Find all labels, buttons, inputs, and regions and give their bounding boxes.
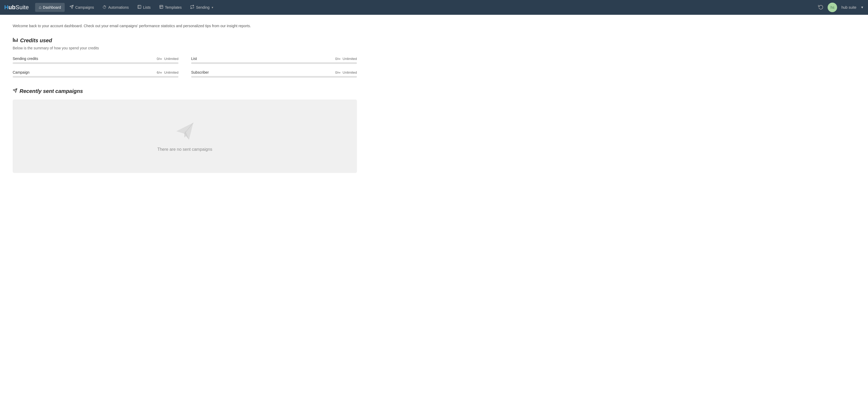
nav-lists-label: Lists xyxy=(143,5,151,9)
nav-templates[interactable]: Templates xyxy=(155,3,186,12)
credits-section: Credits used Below is the summary of how… xyxy=(13,37,357,77)
progress-track-campaign xyxy=(13,76,179,77)
logo[interactable]: Hub Suite xyxy=(4,4,29,11)
credit-value-campaign: 6/∞ Unlimited xyxy=(157,70,179,74)
nav-items: ⌂ Dashboard Campaigns ⏱ Automations List… xyxy=(35,3,818,12)
dashboard-icon: ⌂ xyxy=(39,5,41,10)
credit-ratio-list: 0/∞ xyxy=(335,57,341,61)
logo-h: H xyxy=(4,4,8,10)
recently-sent-section: Recently sent campaigns There are no sen… xyxy=(13,88,357,173)
avatar[interactable]: hs xyxy=(828,3,837,12)
nav-username: hub suite xyxy=(841,5,857,9)
avatar-initials: hs xyxy=(831,5,835,9)
credit-unlimited-sending: Unlimited xyxy=(164,57,179,61)
credit-item-campaign: Campaign 6/∞ Unlimited xyxy=(13,70,179,77)
credit-value-sending: 0/∞ Unlimited xyxy=(157,57,179,61)
recently-sent-icon xyxy=(13,88,18,94)
credits-subtitle: Below is the summary of how you spend yo… xyxy=(13,46,357,50)
credit-item-subscriber: Subscriber 0/∞ Unlimited xyxy=(191,70,357,77)
credits-icon xyxy=(13,37,18,44)
credit-item-sending: Sending credits 0/∞ Unlimited xyxy=(13,57,179,64)
credit-ratio-campaign: 6/∞ xyxy=(157,70,162,74)
progress-track-subscriber xyxy=(191,76,357,77)
logo-ub: ub xyxy=(8,4,16,10)
nav-templates-label: Templates xyxy=(165,5,182,9)
lists-icon xyxy=(137,5,142,10)
nav-right: hs hub suite ▼ xyxy=(818,3,864,12)
recently-sent-title-text: Recently sent campaigns xyxy=(20,88,83,94)
svg-rect-10 xyxy=(17,38,18,42)
sending-icon xyxy=(190,5,194,10)
logo-suite: Suite xyxy=(16,4,29,11)
credit-ratio-subscriber: 0/∞ xyxy=(335,70,341,74)
progress-track-sending xyxy=(13,62,179,64)
templates-icon xyxy=(159,5,163,10)
welcome-text: Welcome back to your account dashboard. … xyxy=(13,23,357,29)
navbar: Hub Suite ⌂ Dashboard Campaigns ⏱ Automa… xyxy=(0,0,868,15)
svg-rect-8 xyxy=(14,39,15,42)
nav-campaigns[interactable]: Campaigns xyxy=(66,3,98,12)
recently-sent-title: Recently sent campaigns xyxy=(13,88,357,94)
nav-campaigns-label: Campaigns xyxy=(75,5,94,9)
sending-dropdown-icon: ▼ xyxy=(211,6,214,9)
campaigns-icon xyxy=(69,5,74,10)
svg-rect-4 xyxy=(160,5,163,8)
empty-paper-plane-icon xyxy=(174,121,195,142)
empty-campaigns-container: There are no sent campaigns xyxy=(13,99,357,173)
credit-unlimited-list: Unlimited xyxy=(343,57,357,61)
automations-icon: ⏱ xyxy=(102,5,107,10)
credits-title: Credits used xyxy=(13,37,357,44)
nav-lists[interactable]: Lists xyxy=(133,3,154,12)
credit-value-subscriber: 0/∞ Unlimited xyxy=(335,70,357,74)
svg-rect-9 xyxy=(16,40,17,42)
credit-label-list: List xyxy=(191,57,197,61)
credit-unlimited-subscriber: Unlimited xyxy=(343,70,357,74)
credit-ratio-sending: 0/∞ xyxy=(157,57,162,61)
credits-grid: Sending credits 0/∞ Unlimited List 0/∞ U xyxy=(13,57,357,77)
history-icon[interactable] xyxy=(818,4,824,11)
main-content: Welcome back to your account dashboard. … xyxy=(0,15,370,192)
credit-item-list: List 0/∞ Unlimited xyxy=(191,57,357,64)
svg-rect-7 xyxy=(13,38,14,42)
nav-sending[interactable]: Sending ▼ xyxy=(186,3,217,12)
nav-caret-icon: ▼ xyxy=(861,5,864,9)
credit-label-subscriber: Subscriber xyxy=(191,70,209,74)
nav-sending-label: Sending xyxy=(196,5,209,9)
svg-marker-13 xyxy=(176,123,193,140)
nav-automations-label: Automations xyxy=(108,5,129,9)
credits-title-text: Credits used xyxy=(20,37,52,43)
credit-label-sending: Sending credits xyxy=(13,57,38,61)
nav-dashboard-label: Dashboard xyxy=(43,5,61,9)
nav-automations[interactable]: ⏱ Automations xyxy=(99,3,132,12)
progress-track-list xyxy=(191,62,357,64)
nav-dashboard[interactable]: ⌂ Dashboard xyxy=(35,3,65,12)
credit-unlimited-campaign: Unlimited xyxy=(164,70,179,74)
credit-value-list: 0/∞ Unlimited xyxy=(335,57,357,61)
no-campaigns-text: There are no sent campaigns xyxy=(157,147,212,152)
svg-rect-2 xyxy=(138,5,141,8)
credit-label-campaign: Campaign xyxy=(13,70,30,74)
